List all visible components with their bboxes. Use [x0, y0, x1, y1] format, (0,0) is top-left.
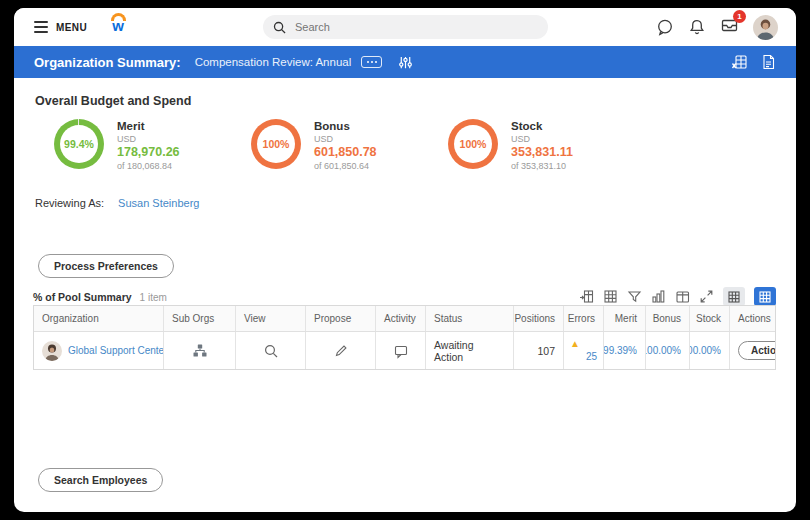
org-hierarchy-icon[interactable]: [192, 343, 208, 358]
stock-info: Stock USD 353,831.11 of 353,831.10: [511, 119, 573, 171]
row-actions-button[interactable]: Actions: [738, 341, 776, 360]
grid-view-compact-toggle[interactable]: [723, 287, 745, 306]
column-header-status[interactable]: Status: [426, 306, 514, 331]
pool-total: of 601,850.64: [314, 161, 377, 171]
grid-settings-icon[interactable]: [603, 289, 618, 304]
search-input[interactable]: [295, 21, 515, 33]
process-preferences-button[interactable]: Process Preferences: [38, 254, 174, 278]
inbox-tray[interactable]: 1: [720, 16, 739, 38]
sub-orgs-cell: [164, 332, 236, 369]
propose-pencil-icon[interactable]: [334, 344, 348, 358]
budget-section-title: Overall Budget and Spend: [35, 94, 191, 108]
activity-comment-icon[interactable]: [393, 343, 409, 359]
errors-count-link[interactable]: 25: [586, 351, 597, 362]
errors-cell: ▲ 25: [564, 332, 604, 369]
pool-name: Bonus: [314, 120, 377, 132]
pool-spent: 353,831.11: [511, 145, 573, 159]
pool-currency: USD: [511, 134, 573, 144]
column-header-propose[interactable]: Propose: [306, 306, 376, 331]
pool-currency: USD: [117, 134, 180, 144]
column-header-actions[interactable]: Actions: [730, 306, 776, 331]
app-window: MENU w 1: [14, 8, 796, 512]
page-title: Organization Summary:: [34, 55, 181, 70]
notifications-bell-icon[interactable]: [688, 18, 706, 36]
pool-stock: 100% Stock USD 353,831.11 of 353,831.10: [448, 119, 645, 171]
pool-spent: 178,970.26: [117, 145, 180, 159]
column-header-organization[interactable]: Organization: [34, 306, 164, 331]
table-title-row: % of Pool Summary 1 item: [33, 291, 167, 303]
pool-merit: 99.4% Merit USD 178,970.26 of 180,068.84: [54, 119, 251, 171]
column-header-activity[interactable]: Activity: [376, 306, 426, 331]
search-icon: [273, 21, 286, 34]
topbar-actions: 1: [656, 8, 778, 46]
profile-avatar[interactable]: [753, 15, 778, 40]
pool-bonus: 100% Bonus USD 601,850.78 of 601,850.64: [251, 119, 448, 171]
pool-currency: USD: [314, 134, 377, 144]
view-search-icon[interactable]: [264, 344, 278, 358]
menu-label: MENU: [56, 22, 87, 33]
merit-percent-link[interactable]: 99.39%: [604, 345, 637, 356]
grid-expanded-icon: [759, 291, 771, 303]
hamburger-icon: [34, 21, 48, 33]
organization-link[interactable]: Global Support Center: [68, 345, 164, 356]
global-search[interactable]: [263, 15, 548, 39]
pool-total: of 353,831.10: [511, 161, 573, 171]
column-header-positions[interactable]: Positions: [514, 306, 564, 331]
page-header: Organization Summary: Compensation Revie…: [14, 46, 796, 78]
column-header-view[interactable]: View: [236, 306, 306, 331]
grid-toolbar: [579, 287, 776, 306]
merit-donut-chart: 99.4%: [54, 119, 104, 169]
grid-view-expanded-toggle[interactable]: [754, 287, 776, 306]
reviewing-as-link[interactable]: Susan Steinberg: [118, 197, 199, 209]
merit-cell: 99.39%: [604, 332, 646, 369]
workday-logo[interactable]: w: [104, 13, 132, 32]
pool-total: of 180,068.84: [117, 161, 180, 171]
stock-donut-chart: 100%: [448, 119, 498, 169]
filter-icon[interactable]: [627, 289, 642, 304]
menu-button[interactable]: MENU: [34, 8, 87, 46]
related-actions-button[interactable]: [361, 56, 382, 68]
reviewing-as-label: Reviewing As:: [35, 197, 104, 209]
actions-cell: Actions: [730, 332, 776, 369]
export-table-icon[interactable]: [579, 289, 594, 304]
inbox-badge: 1: [733, 10, 746, 23]
bonus-info: Bonus USD 601,850.78 of 601,850.64: [314, 119, 377, 171]
export-pdf-icon[interactable]: [761, 54, 776, 70]
reviewing-as: Reviewing As: Susan Steinberg: [35, 197, 199, 209]
propose-cell: [306, 332, 376, 369]
pool-name: Merit: [117, 120, 180, 132]
column-header-sub-orgs[interactable]: Sub Orgs: [164, 306, 236, 331]
bonus-percent-link[interactable]: 100.00%: [646, 345, 681, 356]
positions-cell: 107: [514, 332, 564, 369]
column-header-bonus[interactable]: Bonus: [646, 306, 690, 331]
merit-info: Merit USD 178,970.26 of 180,068.84: [117, 119, 180, 171]
column-header-stock[interactable]: Stock: [690, 306, 730, 331]
expand-icon[interactable]: [699, 289, 714, 304]
warning-triangle-icon: ▲: [570, 339, 580, 349]
freeze-columns-icon[interactable]: [675, 289, 690, 304]
pool-spent: 601,850.78: [314, 145, 377, 159]
stock-percent: 100%: [448, 119, 498, 169]
organization-cell: Global Support Center: [34, 332, 164, 369]
budget-pools: 99.4% Merit USD 178,970.26 of 180,068.84…: [54, 119, 645, 171]
profile-avatar-image: [753, 15, 778, 40]
bonus-percent: 100%: [251, 119, 301, 169]
chart-icon[interactable]: [651, 289, 666, 304]
column-header-errors[interactable]: Errors: [564, 306, 604, 331]
configure-sliders-icon[interactable]: [398, 55, 413, 70]
column-header-merit[interactable]: Merit: [604, 306, 646, 331]
page-subtitle: Compensation Review: Annual: [195, 56, 352, 68]
workday-w-icon: w: [112, 20, 124, 32]
table-item-count: 1 item: [140, 292, 167, 303]
chat-icon[interactable]: [656, 18, 674, 36]
search-employees-button[interactable]: Search Employees: [38, 468, 163, 492]
bonus-donut-chart: 100%: [251, 119, 301, 169]
export-excel-icon[interactable]: [731, 54, 748, 70]
organization-avatar-image: [42, 341, 62, 361]
table-row: Global Support Center: [34, 332, 776, 369]
bonus-cell: 100.00%: [646, 332, 690, 369]
top-bar: MENU w 1: [14, 8, 796, 46]
stock-percent-link[interactable]: 100.00%: [690, 345, 721, 356]
merit-percent: 99.4%: [54, 119, 104, 169]
status-cell: Awaiting Action: [426, 332, 514, 369]
